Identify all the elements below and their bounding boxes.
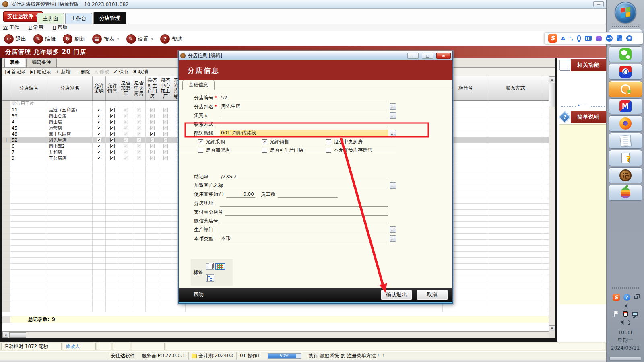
field-input-分店地址[interactable] [220,200,388,207]
tab-basic-info[interactable]: 基础信息 [182,80,215,90]
column-header-是否加盟店[interactable]: 是否加盟店 [119,76,132,100]
confirm-exit-button[interactable]: 确认退出 [381,290,412,300]
grid-tab-表格[interactable]: 表格 [4,58,25,67]
column-header-允许销售[interactable]: 允许销售 [106,76,119,100]
grid-tab-编码备注[interactable]: 编码备注 [26,58,57,67]
field-input-分店别名[interactable]: 周先生店 [220,103,388,110]
ellipsis-button[interactable]: … [390,112,396,119]
show-desktop-button[interactable] [609,357,641,361]
horizontal-scroll-thumb[interactable] [9,332,26,338]
vertical-scroll-thumb[interactable] [549,83,555,107]
ime-robot-icon[interactable]: +o [606,35,613,42]
field-input-联系方式[interactable] [220,121,388,128]
launcher-apple-button[interactable] [609,185,642,201]
menu-item-工作[interactable]: W工作 [3,24,19,31]
field-input-生产部门[interactable] [220,226,388,233]
speaker-icon[interactable] [621,320,625,325]
tray-grip[interactable] [611,286,640,290]
scroll-up-arrow[interactable]: ▲ [549,76,555,82]
toolbar-refresh-button[interactable]: ↻刷新 [63,34,85,44]
help-link[interactable]: 帮助 [193,291,204,298]
nav-新增[interactable]: +新增 [56,68,70,75]
toolbar-help-button[interactable]: ?帮助 [160,34,182,44]
field-input-助记码[interactable]: /ZXSD [220,173,388,180]
checkbox-是否加盟店[interactable]: 是否加盟店 [198,147,262,154]
horizontal-scrollbar[interactable]: ◀ [2,331,549,338]
column-header-分店编号[interactable]: 分店编号 [10,76,47,100]
scroll-down-arrow[interactable]: ▼ [549,325,555,331]
ellipsis-button[interactable]: … [390,235,396,242]
ellipsis-button[interactable]: … [390,182,396,189]
copy-page-button[interactable] [206,263,214,270]
nav-保存[interactable]: ✔保存 [114,68,128,75]
column-header-允许采购[interactable]: 允许采购 [93,76,106,100]
cancel-button[interactable]: 取消 [417,290,448,300]
ellipsis-button[interactable]: … [390,226,396,233]
field-input-负责人[interactable] [220,112,388,119]
ime-letter-a-icon[interactable]: A [561,35,565,41]
ime-sogou-icon[interactable]: S [548,34,557,43]
nav-删除[interactable]: −删除 [75,68,90,75]
toolbar-back-button[interactable]: ↩退出 [4,34,26,44]
checkbox-是否可生产门店[interactable]: 是否可生产门店 [262,147,326,154]
checkbox-允许采购[interactable]: ✔允许采购 [198,138,262,145]
tray-expand-icon[interactable]: ◀ [624,304,627,308]
ellipsis-button[interactable]: … [390,103,396,110]
tab-分店管理[interactable]: 分店管理 [93,12,126,24]
dialog-minimize-button[interactable]: — [407,53,419,59]
launcher-maxthon-button[interactable]: M [609,98,642,114]
toolbar-edit-button[interactable]: ✎编辑 [33,34,56,44]
vertical-scrollbar[interactable]: ▲ ▼ [549,76,555,331]
launcher-helpfile-button[interactable] [609,150,642,166]
scroll-left-arrow[interactable]: ◀ [2,332,8,338]
qq-penguin-icon[interactable] [623,311,628,317]
nav-尾记录[interactable]: ▶|尾记录 [30,68,51,75]
column-header-是否中央厨房[interactable]: 是否中央厨房 [132,76,146,100]
toolbar-report-button[interactable]: ▤报表▾ [92,34,119,44]
windows-start-button[interactable] [615,2,636,23]
nav-首记录[interactable]: |◀首记录 [5,68,26,75]
launcher-grip[interactable] [611,24,640,28]
network-monitor-icon[interactable] [632,312,638,316]
launcher-wechat-button[interactable] [609,46,642,62]
launcher-globe-button[interactable] [609,64,642,80]
field-input-微信分店号[interactable] [221,217,388,224]
launcher-notepad-button[interactable] [609,133,642,149]
dialog-titlebar[interactable]: 分店信息 [编辑] — □ ✖ [179,51,452,60]
launcher-tim-button[interactable] [609,81,642,97]
launcher-cookie-button[interactable] [609,167,642,183]
field-input-使用面积(m²)[interactable]: 0.00 [226,191,255,198]
sogou-tray-icon[interactable]: S [613,294,620,301]
ime-tool-icon[interactable]: ✱ [626,35,632,41]
column-header-是否可生产门店[interactable]: 是否可生产门店 [146,76,159,100]
field-input-分店编号[interactable]: 52 [220,94,388,101]
launcher-firefox-button[interactable] [609,115,642,132]
nav-取消[interactable]: ✖取消 [133,68,148,75]
ime-apps-icon[interactable] [617,35,622,41]
field-input-本币类型[interactable]: 本币 [220,235,388,242]
action-center-flag-icon[interactable] [613,311,619,317]
checkbox-允许销售[interactable]: ✔允许销售 [262,138,326,145]
tab-主界面[interactable]: 主界面 [37,13,64,24]
ime-skin-icon[interactable] [596,36,602,41]
checkbox-不允许负库存销售[interactable]: 不允许负库存销售 [326,147,390,154]
field-input-配送路线[interactable]: 001-周师傅路线 [220,130,388,137]
ime-keyboard-icon[interactable] [585,36,592,41]
checkbox-是否中央厨房[interactable]: 是否中央厨房 [326,138,390,145]
field-input-员工数[interactable] [278,191,338,198]
tab-工作台[interactable]: 工作台 [65,13,92,24]
menu-item-帮助[interactable]: H帮助 [53,24,67,31]
minimize-button[interactable]: — [593,1,604,7]
help-tray-icon[interactable]: ? [623,294,630,301]
ellipsis-button[interactable]: … [390,130,396,136]
menu-item-常用[interactable]: U常用 [29,24,43,31]
field-input-加盟客户名称[interactable] [225,182,388,189]
ime-mic-icon[interactable] [577,35,581,41]
dialog-close-button[interactable]: ✖ [436,53,451,59]
dialog-maximize-button[interactable]: □ [422,53,433,59]
grid-view-button[interactable] [215,263,225,270]
column-header-分店别名[interactable]: 分店别名 [47,76,93,100]
ime-punct-icon[interactable]: ’, [569,35,573,41]
panel-splitter[interactable]: ▲ ·········· [561,106,605,109]
tree-view-button[interactable] [206,274,214,282]
